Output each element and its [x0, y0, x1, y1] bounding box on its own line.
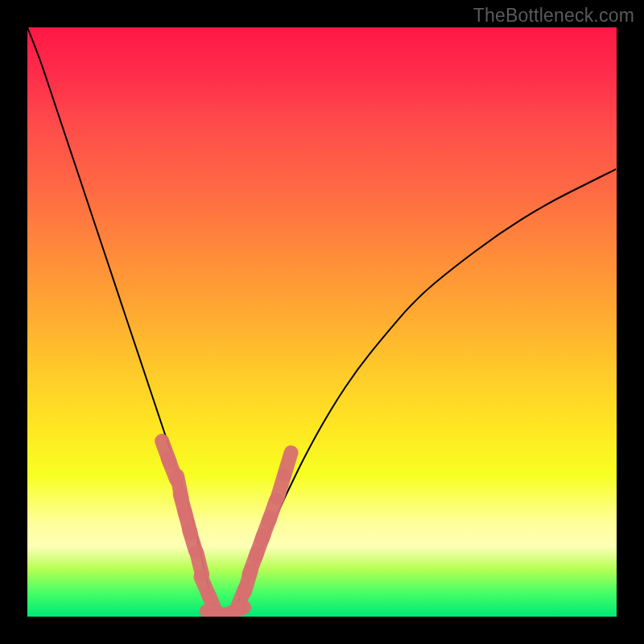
- svg-line-20: [285, 452, 291, 474]
- bottleneck-curve: [27, 27, 617, 617]
- chart-svg: [27, 27, 617, 617]
- highlight-dots: [162, 441, 291, 617]
- watermark-text: TheBottleneck.com: [473, 5, 634, 27]
- chart-frame: TheBottleneck.com: [0, 0, 644, 644]
- plot-area: [27, 27, 617, 617]
